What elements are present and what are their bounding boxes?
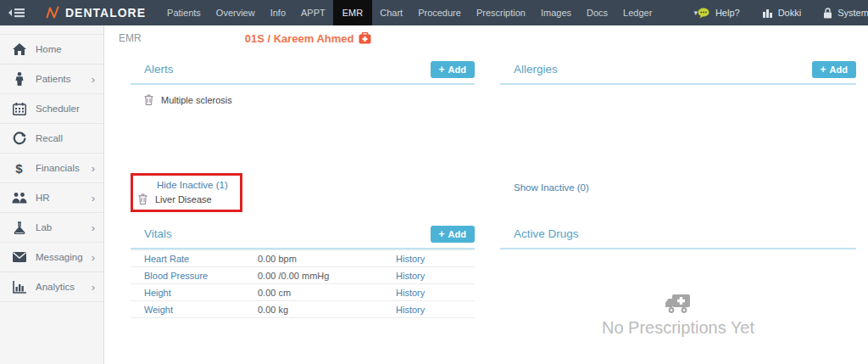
patient-icon — [10, 72, 28, 86]
sidebar-item-label: HR — [36, 193, 50, 203]
alerts-list: Multiple sclerosis — [131, 85, 475, 173]
clinic-selector[interactable]: Dokki — [762, 8, 802, 18]
patient-link[interactable]: 01S / Kareem Ahmed — [245, 32, 371, 45]
vitals-row-weight: Weight 0.00 kg History — [131, 301, 475, 318]
vital-label[interactable]: Blood Pressure — [131, 267, 258, 284]
vital-history-link[interactable]: History — [396, 267, 475, 284]
sidebar-item-home[interactable]: Home — [0, 35, 103, 64]
show-inactive-toggle[interactable]: Show Inactive (0) — [500, 173, 589, 193]
nav-info[interactable]: Info — [263, 0, 293, 25]
sidebar-item-analytics[interactable]: Analytics › — [0, 272, 103, 302]
first-aid-kit-icon — [359, 32, 371, 44]
left-column: Alerts +Add Multiple sclerosis — [131, 59, 475, 364]
add-alert-button[interactable]: +Add — [431, 61, 475, 78]
trash-icon — [138, 193, 147, 204]
nav-procedure[interactable]: Procedure — [410, 0, 469, 25]
add-allergy-button[interactable]: +Add — [812, 61, 856, 78]
active-drugs-header: Active Drugs — [500, 224, 856, 249]
sidebar-item-patients[interactable]: Patients › — [0, 64, 103, 94]
home-icon — [10, 43, 28, 55]
vital-history-link[interactable]: History — [396, 284, 475, 301]
nav-ledger[interactable]: Ledger — [615, 0, 659, 25]
vital-label[interactable]: Height — [131, 284, 258, 301]
right-column: Allergies +Add Show Inactive (0) Active … — [500, 59, 856, 364]
alert-item-label: Multiple sclerosis — [161, 95, 232, 105]
nav-prescription[interactable]: Prescription — [469, 0, 533, 25]
chevron-right-icon: › — [92, 163, 95, 174]
vital-history-link[interactable]: History — [396, 301, 475, 318]
vital-value: 0.00 bpm — [258, 250, 396, 267]
sidebar: Home Patients › Scheduler Recall $ Finan… — [0, 25, 104, 364]
lock-icon — [823, 8, 832, 19]
chevron-right-icon: › — [92, 282, 95, 293]
alerts-title: Alerts — [144, 63, 431, 76]
vital-history-link[interactable]: History — [396, 250, 475, 267]
help-label: Help? — [715, 8, 740, 18]
nav-overview[interactable]: Overview — [209, 0, 263, 25]
flask-icon — [10, 221, 28, 234]
breadcrumb: EMR — [119, 32, 142, 44]
brand[interactable]: DENTALORE — [46, 0, 146, 25]
nav-emr[interactable]: EMR — [333, 0, 372, 25]
sidebar-item-lab[interactable]: Lab › — [0, 213, 103, 243]
delete-alert-button[interactable] — [144, 94, 153, 105]
sidebar-collapse-button[interactable] — [8, 0, 25, 25]
calendar-icon — [10, 103, 28, 115]
sidebar-item-label: Scheduler — [36, 104, 80, 114]
envelope-icon — [10, 252, 28, 262]
nav-images[interactable]: Images — [533, 0, 579, 25]
annotation-highlight-box: Hide Inactive (1) Liver Disease — [131, 173, 242, 212]
allergies-header: Allergies +Add — [500, 59, 856, 85]
collapse-menu-icon — [8, 7, 25, 19]
vital-value: 0.00 cm — [258, 284, 396, 301]
sidebar-item-scheduler[interactable]: Scheduler — [0, 94, 103, 124]
sidebar-item-financials[interactable]: $ Financials › — [0, 154, 103, 183]
vital-label[interactable]: Heart Rate — [131, 250, 258, 267]
clinic-label: Dokki — [778, 8, 802, 18]
nav-patients[interactable]: Patients — [159, 0, 209, 25]
top-nav: Patients Overview Info APPT EMR Chart Pr… — [159, 0, 659, 25]
people-icon — [10, 193, 28, 204]
allergies-title: Allergies — [514, 63, 812, 76]
active-drugs-title: Active Drugs — [514, 227, 856, 240]
sidebar-item-hr[interactable]: HR › — [0, 183, 103, 213]
ambulance-icon — [665, 294, 692, 315]
chevron-right-icon: › — [92, 252, 95, 263]
page-header: EMR 01S / Kareem Ahmed — [105, 25, 868, 51]
vital-label[interactable]: Weight — [131, 301, 258, 318]
panel-columns: Alerts +Add Multiple sclerosis — [105, 51, 868, 364]
sidebar-item-label: Lab — [36, 222, 52, 232]
trash-icon — [144, 94, 153, 105]
patient-name: 01S / Kareem Ahmed — [245, 32, 354, 45]
vitals-table: Heart Rate 0.00 bpm History Blood Pressu… — [131, 249, 475, 318]
topbar-right: Help? Dokki System Administrator ▾ — [698, 0, 868, 25]
clinic-icon — [762, 8, 773, 18]
sidebar-menu: Home Patients › Scheduler Recall $ Finan… — [0, 34, 103, 302]
chevron-right-icon: › — [92, 193, 95, 204]
vitals-row-blood-pressure: Blood Pressure 0.00 /0.00 mmHg History — [131, 267, 475, 284]
help-button[interactable]: Help? — [698, 8, 740, 19]
nav-appt[interactable]: APPT — [293, 0, 333, 25]
sidebar-item-label: Patients — [36, 74, 71, 84]
sidebar-item-label: Recall — [36, 133, 63, 143]
sidebar-item-messaging[interactable]: Messaging › — [0, 243, 103, 272]
alert-item: Multiple sclerosis — [131, 94, 475, 105]
chevron-right-icon: › — [92, 74, 95, 85]
vitals-row-heart-rate: Heart Rate 0.00 bpm History — [131, 250, 475, 267]
sidebar-item-label: Home — [36, 44, 62, 54]
sidebar-item-label: Analytics — [36, 282, 75, 292]
sidebar-item-label: Messaging — [36, 252, 83, 262]
delete-inactive-alert-button[interactable] — [138, 193, 147, 204]
inactive-alert-label: Liver Disease — [155, 194, 212, 204]
hide-inactive-toggle[interactable]: Hide Inactive (1) — [138, 180, 228, 190]
nav-chart[interactable]: Chart — [372, 0, 410, 25]
bar-chart-icon — [10, 281, 28, 294]
sidebar-item-recall[interactable]: Recall — [0, 124, 103, 154]
topbar: DENTALORE Patients Overview Info APPT EM… — [0, 0, 868, 25]
user-menu[interactable]: System Administrator ▾ — [823, 8, 868, 19]
no-prescriptions-text: No Prescriptions Yet — [602, 318, 754, 338]
vital-value: 0.00 /0.00 mmHg — [258, 267, 396, 284]
add-vitals-button[interactable]: +Add — [431, 226, 475, 243]
nav-docs[interactable]: Docs — [579, 0, 615, 25]
brand-name: DENTALORE — [65, 6, 146, 20]
